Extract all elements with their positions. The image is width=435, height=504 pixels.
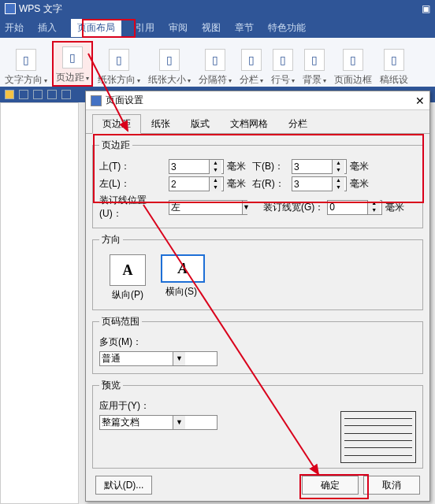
shortcut-icon[interactable]: ▣ [422,0,430,17]
dialog-footer: 默认(D)... 确定 取消 [86,476,429,495]
apply-combo[interactable]: ▼ [99,415,217,430]
ribbon-背景[interactable]: ▯背景▾ [299,41,329,87]
page-icon: ▯ [109,49,129,71]
apply-input[interactable] [100,416,173,429]
ribbon-label: 文字方向▾ [5,73,47,87]
top-input[interactable] [169,161,209,172]
chevron-down-icon: ▾ [137,77,140,84]
tab-版式[interactable]: 版式 [180,114,220,134]
left-input[interactable] [169,179,209,190]
qat-icon[interactable] [47,90,57,99]
bottom-label: 下(B)： [252,160,288,173]
page-icon: ▯ [241,49,262,71]
bottom-spinner[interactable]: ▲▼ [292,159,347,174]
menu-插入[interactable]: 插入 [38,21,57,35]
ribbon-label: 纸张大小▾ [148,73,191,87]
orientation-legend: 方向 [99,233,123,246]
menu-引用[interactable]: 引用 [136,21,154,35]
bottom-input[interactable] [292,161,332,172]
cancel-button[interactable]: 取消 [363,476,420,495]
ribbon-稿纸设[interactable]: ▯稿纸设 [377,41,411,87]
ribbon-label: 背景▾ [303,73,326,87]
menu-视图[interactable]: 视图 [202,21,221,35]
chevron-down-icon: ▾ [229,77,232,84]
margins-group: 页边距 上(T)： ▲▼ 毫米 下(B)： ▲▼ 毫米 左(L)： ▲▼ 毫米 … [92,139,423,228]
default-button[interactable]: 默认(D)... [95,476,152,495]
menu-开始[interactable]: 开始 [5,21,24,35]
ribbon-页边距[interactable]: ▯页边距▾ [52,41,93,87]
app-logo-icon [5,3,16,14]
ribbon-页面边框[interactable]: ▯页面边框 [331,41,375,87]
gutter-pos-label: 装订线位置(U)： [99,194,165,220]
menu-特色功能[interactable]: 特色功能 [268,21,306,35]
chevron-down-icon: ▾ [323,77,326,84]
landscape-option[interactable]: A 横向(S) [161,254,202,302]
landscape-label: 横向(S) [165,286,197,297]
right-spinner[interactable]: ▲▼ [292,176,347,191]
chevron-down-icon: ▾ [86,75,89,82]
page-range-group: 页码范围 多页(M)： ▼ [92,315,423,374]
left-spinner[interactable]: ▲▼ [169,176,224,191]
top-spinner[interactable]: ▲▼ [169,159,224,174]
app-titlebar: WPS 文字 ▣ [0,0,435,17]
chevron-down-icon[interactable]: ▼ [173,352,185,365]
page-icon: ▯ [159,49,180,71]
portrait-option[interactable]: A 纵向(P) [107,254,148,302]
ribbon-label: 分隔符▾ [199,73,232,87]
qat-icon[interactable] [61,90,71,99]
close-icon[interactable]: ✕ [415,94,425,107]
chevron-down-icon[interactable]: ▼ [173,416,185,429]
gutter-pos-combo[interactable]: ▼ [169,200,247,215]
gutter-w-unit: 毫米 [385,201,407,214]
multi-input[interactable] [100,352,173,365]
chevron-down-icon[interactable]: ▼ [242,201,250,214]
tab-分栏[interactable]: 分栏 [278,114,318,134]
multi-combo[interactable]: ▼ [99,351,217,366]
ribbon: ▯文字方向▾▯页边距▾▯纸张方向▾▯纸张大小▾▯分隔符▾▯分栏▾▯行号▾▯背景▾… [0,38,435,87]
page-range-legend: 页码范围 [99,315,142,328]
document-canvas [0,102,79,504]
qat-icon[interactable] [19,90,28,99]
tab-纸张[interactable]: 纸张 [141,114,180,134]
page-setup-dialog: 页面设置 ✕ 页边距纸张版式文档网格分栏 页边距 上(T)： ▲▼ 毫米 下(B… [85,91,430,502]
portrait-icon: A [110,254,146,286]
ribbon-label: 行号▾ [271,73,295,87]
ribbon-纸张大小[interactable]: ▯纸张大小▾ [145,41,194,87]
dialog-title: 页面设置 [106,94,143,107]
menu-章节[interactable]: 章节 [235,21,254,35]
app-title: WPS 文字 [19,0,62,17]
ribbon-行号[interactable]: ▯行号▾ [268,41,298,87]
gutter-w-input[interactable] [328,202,367,213]
right-unit: 毫米 [350,177,372,191]
ribbon-label: 页面边框 [334,73,372,87]
main-menu: 开始插入页面布局引用审阅视图章节特色功能 [0,17,435,38]
preview-thumbnail [340,411,416,463]
ok-button[interactable]: 确定 [302,476,359,495]
gutter-w-spinner[interactable]: ▲▼ [327,200,382,215]
margins-legend: 页边距 [99,139,132,152]
right-label: 右(R)： [252,177,288,191]
chevron-down-icon: ▾ [188,77,191,84]
top-label: 上(T)： [99,160,165,173]
ribbon-label: 稿纸设 [380,73,408,87]
qat-icon[interactable] [5,90,14,99]
page-icon: ▯ [384,49,404,71]
qat-icon[interactable] [33,90,43,99]
page-icon: ▯ [62,46,83,69]
chevron-down-icon: ▾ [44,77,47,84]
left-label: 左(L)： [99,177,165,191]
gutter-pos-input[interactable] [169,201,242,214]
menu-审阅[interactable]: 审阅 [169,21,188,35]
menu-页面布局[interactable]: 页面布局 [71,19,121,37]
dialog-tabs: 页边距纸张版式文档网格分栏 [86,113,429,134]
ribbon-分隔符[interactable]: ▯分隔符▾ [195,41,235,87]
left-unit: 毫米 [227,177,249,191]
ribbon-纸张方向[interactable]: ▯纸张方向▾ [95,41,143,87]
ribbon-分栏[interactable]: ▯分栏▾ [236,41,266,87]
preview-group: 预览 应用于(Y)： ▼ [92,379,423,469]
bottom-unit: 毫米 [350,160,372,173]
tab-文档网格[interactable]: 文档网格 [220,114,278,134]
right-input[interactable] [292,179,332,190]
tab-页边距[interactable]: 页边距 [92,114,141,134]
ribbon-文字方向[interactable]: ▯文字方向▾ [2,41,50,87]
